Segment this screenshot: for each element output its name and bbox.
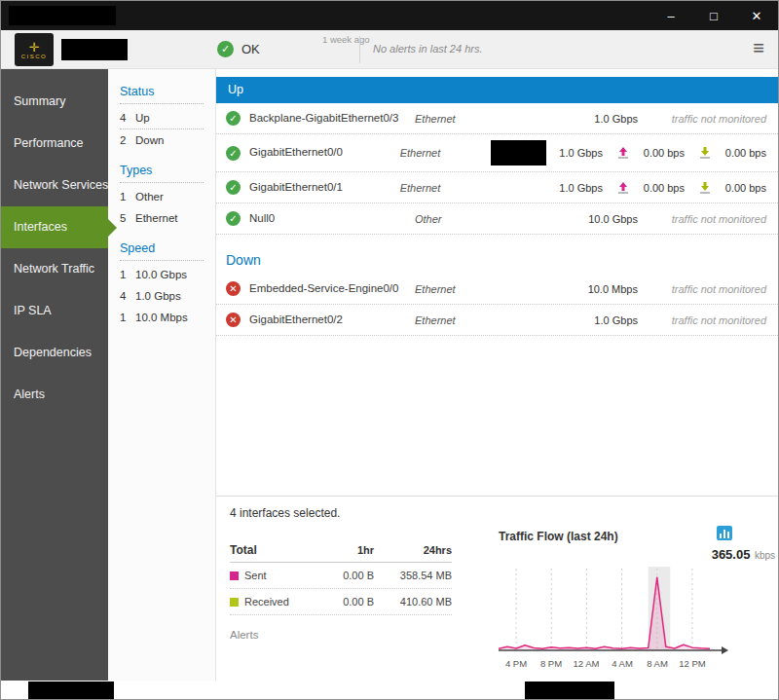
filter-count: 1	[120, 312, 128, 323]
interface-type: Ethernet	[400, 147, 492, 159]
filter-item-10mbps[interactable]: 1 10.0 Mbps	[120, 307, 204, 328]
filter-label: 1.0 Gbps	[135, 290, 181, 302]
filter-title-types: Types	[120, 164, 204, 183]
filter-label: 10.0 Gbps	[135, 269, 187, 280]
sent-24hr-value: 358.54 MB	[374, 570, 452, 581]
interface-row-gi0-0[interactable]: ✓ GigabitEthernet0/0 Ethernet 1.0 Gbps 0…	[216, 134, 778, 172]
titlebar: – □ ✕	[1, 1, 778, 30]
interface-speed: 1.0 Gbps	[575, 113, 638, 125]
interface-speed: 1.0 Gbps	[546, 147, 603, 159]
filter-title-status: Status	[120, 85, 204, 104]
main-content: Up ✓ Backplane-GigabitEthernet0/3 Ethern…	[216, 69, 778, 681]
filter-item-up[interactable]: 4 Up	[120, 107, 204, 129]
sidebar-item-alerts[interactable]: Alerts	[1, 374, 108, 416]
chart-popout-icon[interactable]	[717, 526, 732, 540]
status-down-icon: ✕	[226, 313, 241, 327]
totals-row-received: Received 0.00 B 410.60 MB	[230, 589, 452, 615]
sidebar-item-network-services[interactable]: Network Services	[1, 165, 108, 206]
filter-count: 1	[120, 191, 128, 203]
totals-row-label: Sent	[244, 570, 317, 581]
interface-row-backplane-gi0-3[interactable]: ✓ Backplane-GigabitEthernet0/3 Ethernet …	[216, 103, 778, 134]
filter-count: 4	[120, 290, 128, 302]
group-header-up[interactable]: Up	[216, 77, 778, 103]
interface-type: Other	[415, 213, 515, 225]
sidebar-item-summary[interactable]: Summary	[1, 81, 108, 123]
traffic-status: traffic not monitored	[638, 113, 772, 125]
received-value: 0.00 bps	[716, 147, 766, 159]
traffic-status: traffic not monitored	[638, 314, 772, 326]
interface-type: Ethernet	[415, 314, 515, 326]
filter-panel: Status 4 Up 2 Down Types 1 Other 5 Ether…	[108, 69, 216, 681]
maximize-button[interactable]: □	[692, 1, 735, 30]
column-header-1hr: 1hr	[317, 544, 374, 556]
filter-item-down[interactable]: 2 Down	[120, 129, 204, 151]
x-axis-labels: 4 PM 8 PM 12 AM 4 AM 8 AM 12 PM	[499, 658, 718, 672]
group-header-down[interactable]: Down	[226, 252, 778, 268]
sidebar-item-ip-sla[interactable]: IP SLA	[1, 290, 108, 332]
received-traffic-icon	[698, 181, 712, 195]
filter-group-status: Status 4 Up 2 Down	[120, 85, 215, 151]
traffic-status: traffic not monitored	[638, 213, 772, 225]
filter-title-speed: Speed	[120, 241, 204, 261]
sidebar-item-network-traffic[interactable]: Network Traffic	[1, 248, 108, 290]
interface-name: GigabitEthernet0/1	[249, 180, 400, 196]
filter-label: Other	[135, 191, 164, 203]
interface-name: Embedded-Service-Engine0/0	[249, 281, 415, 297]
status-up-icon: ✓	[226, 146, 241, 161]
interface-speed: 10.0 Mbps	[575, 283, 638, 295]
close-button[interactable]: ✕	[735, 1, 778, 30]
sidebar-item-dependencies[interactable]: Dependencies	[1, 332, 108, 374]
interface-row-gi0-2[interactable]: ✕ GigabitEthernet0/2 Ethernet 1.0 Gbps t…	[216, 305, 778, 336]
sent-legend-swatch	[230, 571, 239, 580]
interface-row-gi0-1[interactable]: ✓ GigabitEthernet0/1 Ethernet 1.0 Gbps 0…	[216, 172, 778, 203]
interface-row-null0[interactable]: ✓ Null0 Other 10.0 Gbps traffic not moni…	[216, 203, 778, 235]
sidebar-item-performance[interactable]: Performance	[1, 123, 108, 165]
app-header: ✛ CISCO ✓ OK 1 week ago No alerts in las…	[1, 30, 778, 69]
redacted-cell	[491, 140, 545, 166]
interface-speed: 10.0 Gbps	[575, 213, 638, 225]
filter-group-speed: Speed 1 10.0 Gbps 4 1.0 Gbps 1 10.0 Mbps	[120, 241, 215, 328]
interface-type: Ethernet	[415, 113, 515, 125]
x-axis-label: 4 PM	[505, 658, 527, 669]
filter-item-other[interactable]: 1 Other	[120, 186, 204, 207]
filter-item-10gbps[interactable]: 1 10.0 Gbps	[120, 264, 204, 285]
x-axis-label: 8 AM	[647, 658, 668, 669]
redacted-taskbar-item	[525, 682, 614, 699]
status-up-icon: ✓	[226, 111, 241, 126]
sent-traffic-icon	[616, 181, 630, 195]
filter-item-1gbps[interactable]: 4 1.0 Gbps	[120, 285, 204, 307]
status-label: OK	[241, 42, 260, 56]
filter-label: 10.0 Mbps	[135, 312, 188, 323]
redacted-window-title	[9, 6, 116, 25]
peak-value-label: 365.05 kbps	[712, 545, 775, 563]
interface-row-ese0-0[interactable]: ✕ Embedded-Service-Engine0/0 Ethernet 10…	[216, 274, 778, 305]
status-timestamp: 1 week ago	[322, 34, 370, 45]
status-ok-icon: ✓	[217, 41, 234, 57]
cisco-logo-icon: ✛	[29, 41, 40, 54]
no-alerts-text: No alerts in last 24 hrs.	[373, 43, 483, 55]
sent-1hr-value: 0.00 B	[317, 570, 374, 581]
bottom-strip	[1, 681, 778, 699]
traffic-chart-svg	[499, 565, 730, 656]
x-axis-label: 12 AM	[574, 658, 600, 669]
filter-count: 2	[120, 134, 128, 146]
traffic-values: 0.00 bps 0.00 bps	[603, 146, 772, 160]
alerts-section-label: Alerts	[230, 629, 452, 641]
menu-button[interactable]: ≡	[753, 37, 764, 59]
filter-group-types: Types 1 Other 5 Ethernet	[120, 164, 215, 229]
summary-panel: 4 interfaces selected. Total 1hr 24hrs S…	[216, 496, 778, 681]
sent-value: 0.00 bps	[634, 182, 685, 194]
header-divider	[359, 36, 360, 63]
peak-unit: kbps	[755, 550, 775, 561]
sidebar-item-interfaces[interactable]: Interfaces	[1, 206, 108, 248]
interface-speed: 1.0 Gbps	[546, 182, 603, 194]
sidebar: Summary Performance Network Services Int…	[1, 69, 108, 681]
filter-item-ethernet[interactable]: 5 Ethernet	[120, 207, 204, 229]
status-up-icon: ✓	[226, 211, 241, 226]
interface-speed: 1.0 Gbps	[575, 314, 638, 326]
minimize-button[interactable]: –	[649, 1, 692, 30]
interface-type: Ethernet	[400, 182, 492, 194]
selection-count: 4 interfaces selected.	[216, 497, 778, 520]
totals-row-sent: Sent 0.00 B 358.54 MB	[230, 563, 452, 589]
received-traffic-icon	[698, 146, 712, 160]
